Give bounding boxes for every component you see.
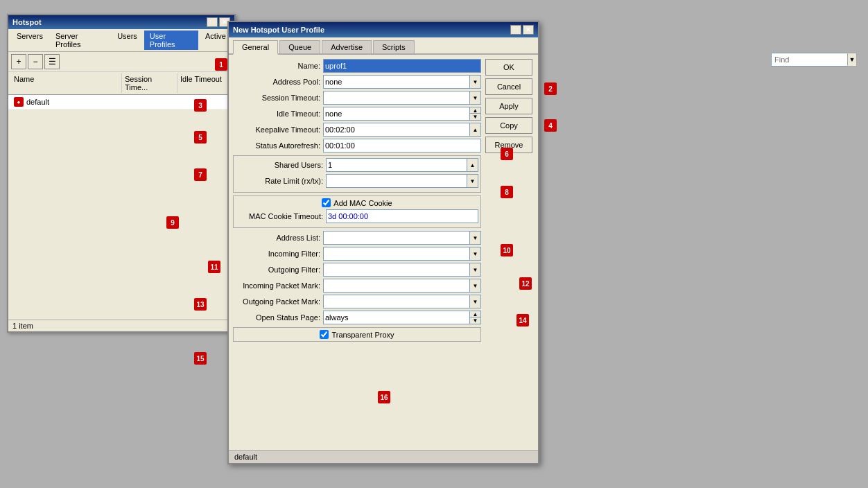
idle-timeout-down-arrow[interactable]: ▼ bbox=[469, 114, 480, 120]
cancel-button[interactable]: Cancel bbox=[485, 78, 532, 95]
keepalive-timeout-select[interactable]: 00:02:00 ▲ bbox=[323, 123, 481, 137]
badge-11: 11 bbox=[208, 261, 220, 273]
menu-servers[interactable]: Servers bbox=[11, 31, 49, 50]
find-dropdown-arrow[interactable]: ▼ bbox=[847, 53, 857, 67]
open-status-page-down-arrow[interactable]: ▼ bbox=[469, 317, 480, 324]
idle-timeout-value: none bbox=[324, 107, 469, 120]
rate-limit-value bbox=[327, 175, 467, 187]
badge-12: 12 bbox=[519, 277, 532, 290]
menu-users[interactable]: Users bbox=[112, 31, 143, 50]
name-input[interactable] bbox=[323, 59, 481, 73]
outgoing-filter-select[interactable]: ▼ bbox=[323, 263, 481, 277]
badge-3: 3 bbox=[194, 99, 207, 112]
shared-users-select[interactable]: 1 ▲ bbox=[326, 158, 478, 172]
incoming-filter-arrow[interactable]: ▼ bbox=[469, 247, 480, 260]
idle-timeout-row: Idle Timeout: none ▲ ▼ bbox=[233, 107, 481, 121]
address-list-arrow[interactable]: ▼ bbox=[469, 232, 480, 244]
ok-button[interactable]: OK bbox=[485, 59, 532, 76]
dialog-body: Name: Address Pool: none ▼ Session Timeo… bbox=[229, 55, 538, 348]
app-restore-button[interactable]: □ bbox=[207, 17, 218, 27]
add-button[interactable]: + bbox=[11, 54, 26, 69]
row-name: default bbox=[26, 98, 49, 106]
add-mac-cookie-row: Add MAC Cookie bbox=[236, 198, 478, 207]
col-name: Name bbox=[11, 73, 122, 93]
idle-timeout-select[interactable]: none ▲ ▼ bbox=[323, 107, 481, 121]
address-list-row: Address List: ▼ bbox=[233, 231, 481, 245]
address-pool-select[interactable]: none ▼ bbox=[323, 75, 481, 89]
col-session-time: Session Time... bbox=[122, 73, 177, 93]
name-row: Name: bbox=[233, 59, 481, 73]
session-timeout-row: Session Timeout: ▼ bbox=[233, 91, 481, 105]
filter-button[interactable]: ☰ bbox=[44, 54, 60, 69]
dialog-buttons-panel: OK Cancel Apply Copy Remove bbox=[485, 59, 534, 344]
menu-user-profiles[interactable]: User Profiles bbox=[144, 31, 198, 50]
dialog-close-button[interactable]: ✕ bbox=[523, 25, 534, 35]
open-status-page-label: Open Status Page: bbox=[233, 313, 323, 322]
shared-users-value: 1 bbox=[327, 159, 467, 171]
badge-8: 8 bbox=[501, 186, 513, 198]
dialog-titlebar-buttons: □ ✕ bbox=[510, 25, 534, 35]
tab-general[interactable]: General bbox=[233, 40, 278, 55]
app-titlebar-buttons: □ ✕ bbox=[207, 17, 230, 27]
status-autorefresh-select[interactable]: 00:01:00 bbox=[323, 139, 481, 152]
mac-cookie-timeout-input[interactable] bbox=[326, 209, 478, 223]
add-mac-cookie-checkbox[interactable] bbox=[322, 198, 331, 207]
dialog-restore-button[interactable]: □ bbox=[510, 25, 521, 35]
address-pool-row: Address Pool: none ▼ bbox=[233, 75, 481, 89]
apply-button[interactable]: Apply bbox=[485, 98, 532, 114]
outgoing-packet-mark-arrow[interactable]: ▼ bbox=[469, 295, 480, 308]
idle-timeout-up-arrow[interactable]: ▲ bbox=[469, 107, 480, 114]
address-list-value bbox=[324, 232, 469, 244]
status-autorefresh-label: Status Autorefresh: bbox=[233, 141, 323, 150]
rate-limit-label: Rate Limit (rx/tx): bbox=[236, 177, 326, 185]
rate-limit-select[interactable]: ▼ bbox=[326, 174, 478, 188]
shared-users-arrow[interactable]: ▲ bbox=[467, 159, 478, 171]
open-status-page-value: always bbox=[324, 311, 469, 324]
keepalive-timeout-row: Keepalive Timeout: 00:02:00 ▲ bbox=[233, 123, 481, 137]
remove-button[interactable]: − bbox=[28, 54, 43, 69]
badge-10: 10 bbox=[501, 244, 513, 256]
outgoing-filter-label: Outgoing Filter: bbox=[233, 265, 323, 274]
keepalive-timeout-value: 00:02:00 bbox=[324, 123, 469, 136]
mac-cookie-timeout-label: MAC Cookie Timeout: bbox=[236, 212, 326, 220]
tab-queue[interactable]: Queue bbox=[279, 40, 320, 53]
tab-advertise[interactable]: Advertise bbox=[322, 40, 372, 53]
address-list-label: Address List: bbox=[233, 234, 323, 242]
shared-users-label: Shared Users: bbox=[236, 161, 326, 169]
transparent-proxy-checkbox[interactable] bbox=[320, 330, 329, 339]
outgoing-filter-value bbox=[324, 263, 469, 276]
session-timeout-select[interactable]: ▼ bbox=[323, 91, 481, 105]
badge-6: 6 bbox=[501, 148, 513, 160]
menu-server-profiles[interactable]: Server Profiles bbox=[50, 31, 110, 50]
incoming-packet-mark-label: Incoming Packet Mark: bbox=[233, 281, 323, 290]
rate-limit-arrow[interactable]: ▼ bbox=[467, 175, 478, 187]
dialog-title: New Hotspot User Profile bbox=[233, 26, 324, 34]
transparent-proxy-row: Transparent Proxy bbox=[233, 327, 481, 342]
address-list-select[interactable]: ▼ bbox=[323, 231, 481, 245]
incoming-filter-select[interactable]: ▼ bbox=[323, 247, 481, 261]
incoming-packet-mark-arrow[interactable]: ▼ bbox=[469, 279, 480, 292]
session-timeout-arrow[interactable]: ▼ bbox=[469, 92, 480, 104]
row-icon: ● bbox=[14, 97, 24, 107]
dialog-footer: default bbox=[229, 450, 538, 463]
incoming-packet-mark-select[interactable]: ▼ bbox=[323, 279, 481, 293]
status-text: 1 item bbox=[12, 322, 33, 330]
outgoing-packet-mark-select[interactable]: ▼ bbox=[323, 295, 481, 308]
app-status-bar: 1 item bbox=[8, 320, 234, 331]
open-status-page-select[interactable]: always ▲ ▼ bbox=[323, 311, 481, 324]
keepalive-timeout-label: Keepalive Timeout: bbox=[233, 125, 323, 134]
incoming-packet-mark-row: Incoming Packet Mark: ▼ bbox=[233, 279, 481, 293]
copy-button[interactable]: Copy bbox=[485, 117, 532, 134]
table-header: Name Session Time... Idle Timeout bbox=[8, 72, 234, 95]
app-title: Hotspot bbox=[12, 18, 42, 26]
status-autorefresh-row: Status Autorefresh: 00:01:00 bbox=[233, 139, 481, 152]
keepalive-timeout-arrow[interactable]: ▲ bbox=[469, 123, 480, 136]
idle-timeout-label: Idle Timeout: bbox=[233, 110, 323, 118]
footer-text: default bbox=[234, 453, 257, 461]
incoming-filter-label: Incoming Filter: bbox=[233, 250, 323, 258]
find-input[interactable] bbox=[771, 53, 854, 67]
open-status-page-up-arrow[interactable]: ▲ bbox=[469, 311, 480, 317]
tab-scripts[interactable]: Scripts bbox=[373, 40, 415, 53]
address-pool-arrow[interactable]: ▼ bbox=[469, 76, 480, 88]
outgoing-filter-arrow[interactable]: ▼ bbox=[469, 263, 480, 276]
